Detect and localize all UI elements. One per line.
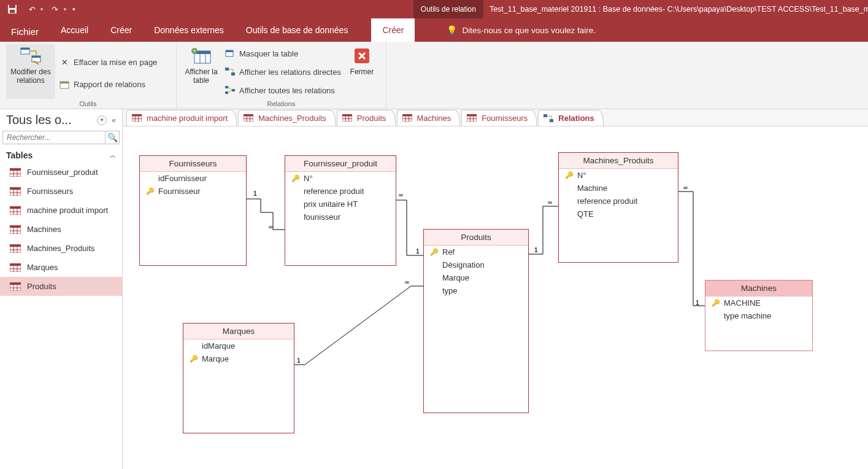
field-row[interactable]: idMarque: [183, 339, 294, 352]
tab-donnees-externes[interactable]: Données externes: [143, 18, 235, 42]
svg-rect-29: [10, 187, 21, 190]
nav-collapse-icon[interactable]: «: [110, 116, 117, 125]
table-produits[interactable]: Produits 🔑RefDésignationMarquetype: [423, 229, 529, 413]
tab-outils-bdd[interactable]: Outils de base de données: [235, 18, 359, 42]
svg-rect-18: [231, 72, 235, 76]
svg-rect-34: [10, 206, 21, 209]
field-row[interactable]: 🔑Marque: [183, 352, 294, 365]
nav-item-produits[interactable]: Produits: [0, 277, 122, 296]
nav-search: 🔍: [2, 131, 120, 144]
svg-rect-8: [60, 82, 69, 83]
table-machines[interactable]: Machines 🔑MACHINEtype machine: [705, 280, 813, 351]
nav-item-marques[interactable]: Marques: [0, 258, 122, 277]
tab-creer[interactable]: Créer: [99, 18, 143, 42]
svg-rect-16: [226, 50, 233, 52]
tell-me-search[interactable]: 💡 Dites-nous ce que vous voulez faire.: [438, 18, 604, 42]
show-table-icon: +: [190, 47, 212, 65]
table-machines-produits[interactable]: Machines_Produits 🔑N°Machinereference pr…: [558, 152, 678, 263]
nav-item-machine-produit-import[interactable]: machine produit import: [0, 201, 122, 220]
modifier-relations-button[interactable]: Modifier des relations: [6, 44, 55, 99]
table-icon: [10, 187, 21, 196]
field-row[interactable]: 🔑MACHINE: [705, 297, 812, 309]
collapse-section-icon: ︽: [110, 151, 116, 160]
svg-rect-69: [342, 114, 352, 117]
svg-rect-79: [467, 114, 477, 117]
field-row[interactable]: 🔑N°: [285, 172, 396, 185]
svg-rect-20: [225, 91, 228, 94]
table-icon: [467, 114, 477, 123]
svg-rect-1: [9, 5, 15, 8]
tell-me-placeholder: Dites-nous ce que vous voulez faire.: [462, 26, 596, 35]
window-title: Test_11_base_materiel 201911 : Base de d…: [483, 0, 868, 18]
afficher-table-button[interactable]: + Afficher la table: [183, 44, 220, 99]
nav-filter-icon[interactable]: ▼: [97, 115, 107, 125]
field-row[interactable]: founisseur: [285, 211, 396, 223]
key-icon: 🔑: [190, 355, 198, 363]
afficher-relations-directes-button[interactable]: Afficher les relations directes: [225, 64, 341, 80]
nav-item-machines-produits[interactable]: Machines_Produits: [0, 239, 122, 258]
tab-accueil[interactable]: Accueil: [50, 18, 99, 42]
all-relations-icon: [225, 85, 236, 96]
field-row[interactable]: reference produit: [559, 195, 678, 207]
report-icon: [59, 79, 70, 90]
navigation-pane: Tous les o... ▼ « 🔍 Tables ︽ Fournisseur…: [0, 109, 123, 469]
nav-section-tables[interactable]: Tables ︽: [0, 148, 122, 163]
field-row[interactable]: Machine: [559, 182, 678, 195]
qat-customize-icon[interactable]: ▾: [70, 2, 79, 17]
field-row[interactable]: 🔑Ref: [424, 246, 528, 258]
undo-icon[interactable]: ↶: [23, 2, 40, 17]
quick-access-toolbar: ↶▼ ↷▼ ▾: [0, 0, 82, 18]
nav-title[interactable]: Tous les o...: [6, 113, 93, 127]
save-icon[interactable]: [4, 2, 21, 17]
field-row[interactable]: 🔑Fournisseur: [140, 185, 246, 198]
svg-rect-59: [132, 114, 142, 117]
field-row[interactable]: reference produit: [285, 185, 396, 198]
hide-table-icon: [225, 48, 236, 59]
field-row[interactable]: Marque: [424, 271, 528, 284]
effacer-mise-en-page-button[interactable]: ✕ Effacer la mise en page: [59, 55, 157, 71]
nav-item-machines[interactable]: Machines: [0, 220, 122, 239]
table-fournisseur-produit[interactable]: Fournisseur_produit 🔑N°reference produit…: [285, 155, 396, 266]
relations-canvas[interactable]: 1 ∞ ∞ 1 1 ∞ 1 ∞ ∞ 1 Fournisseurs idFourn…: [123, 126, 868, 469]
key-icon: 🔑: [430, 248, 439, 256]
table-icon: [10, 206, 21, 215]
svg-rect-64: [244, 114, 253, 117]
svg-rect-19: [225, 86, 228, 88]
field-row[interactable]: type machine: [705, 309, 812, 322]
doc-tab-fournisseurs[interactable]: Fournisseurs: [461, 110, 537, 126]
edit-relations-icon: [20, 47, 42, 65]
doc-tab-produits[interactable]: Produits: [337, 110, 396, 126]
table-fournisseurs[interactable]: Fournisseurs idFournisseur🔑Fournisseur: [139, 155, 247, 266]
rapport-relations-button[interactable]: Rapport de relations: [59, 77, 157, 93]
nav-item-fournisseur-produit[interactable]: Fournisseur_produit: [0, 163, 122, 182]
nav-item-fournisseurs[interactable]: Fournisseurs: [0, 182, 122, 201]
table-icon: [10, 263, 21, 272]
afficher-toutes-relations-button[interactable]: Afficher toutes les relations: [225, 82, 341, 98]
main-area: Tous les o... ▼ « 🔍 Tables ︽ Fournisseur…: [0, 109, 868, 469]
fermer-button[interactable]: Fermer: [346, 44, 378, 99]
field-row[interactable]: 🔑N°: [559, 169, 678, 182]
redo-icon[interactable]: ↷: [47, 2, 64, 17]
svg-rect-21: [232, 89, 235, 91]
svg-rect-6: [32, 56, 40, 58]
search-button[interactable]: 🔍: [105, 131, 120, 144]
doc-tab-machine-produit-import[interactable]: machine produit import: [126, 110, 237, 126]
field-row[interactable]: idFournisseur: [140, 172, 246, 185]
masquer-table-button[interactable]: Masquer la table: [225, 45, 341, 61]
field-row[interactable]: prix unitaire HT: [285, 198, 396, 211]
svg-rect-74: [402, 114, 412, 117]
doc-tab-machines[interactable]: Machines: [397, 110, 461, 126]
field-row[interactable]: type: [424, 284, 528, 297]
doc-tab-machines-produits[interactable]: Machines_Produits: [238, 110, 336, 126]
tab-context-creer[interactable]: Créer: [371, 18, 415, 42]
doc-tab-relations[interactable]: Relations: [538, 110, 604, 126]
table-icon: [10, 225, 21, 234]
table-marques[interactable]: Marques idMarque🔑Marque: [183, 323, 294, 433]
field-row[interactable]: QTE: [559, 207, 678, 220]
field-row[interactable]: Désignation: [424, 258, 528, 271]
file-tab[interactable]: Fichier: [0, 18, 50, 42]
svg-rect-83: [543, 114, 547, 117]
ribbon-tabs: Fichier Accueil Créer Données externes O…: [0, 18, 868, 42]
search-input[interactable]: [2, 131, 105, 144]
key-icon: 🔑: [146, 187, 155, 195]
